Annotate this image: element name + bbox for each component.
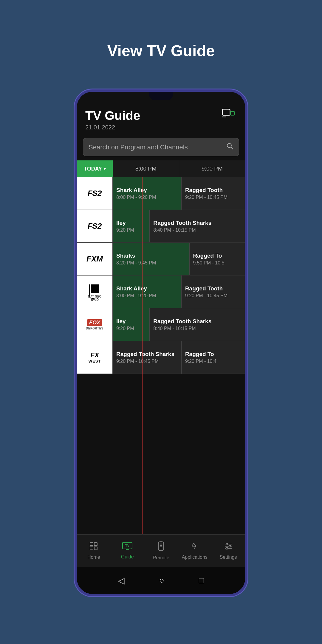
channel-row: NAT GEO WILD WILD Shark Alley 8:00 PM - … bbox=[77, 275, 245, 308]
program-name: Ragged Tooth Sharks bbox=[153, 318, 241, 325]
program-block[interactable]: Ragged Tooth 9:20 PM - 10:45 PM bbox=[182, 177, 245, 210]
program-block[interactable]: Ragged To 9:20 PM - 10:4 bbox=[182, 341, 245, 374]
program-time: 9:20 PM bbox=[116, 227, 146, 233]
guide-label: Guide bbox=[121, 554, 134, 560]
fox-deportes-logo: FOX DEPORTES bbox=[86, 319, 103, 330]
phone-screen: TV Guide 21.01.2022 Search on Program an… bbox=[77, 92, 245, 594]
program-block[interactable]: lley 9:20 PM bbox=[113, 308, 150, 341]
program-name: Shark Alley bbox=[116, 285, 178, 292]
cast-icon[interactable] bbox=[222, 109, 237, 120]
home-button[interactable]: ○ bbox=[159, 576, 164, 585]
program-time: 8:00 PM - 9:20 PM bbox=[116, 293, 178, 298]
guide-header-row: TODAY ▾ 8:00 PM 9:00 PM bbox=[77, 160, 245, 177]
program-name: Ragged Tooth bbox=[185, 285, 241, 292]
search-icon bbox=[226, 143, 233, 152]
channel-logo-foxdeportes: FOX DEPORTES bbox=[77, 308, 113, 341]
program-name: Ragged Tooth bbox=[185, 187, 241, 193]
system-nav: ◁ ○ □ bbox=[77, 567, 245, 594]
svg-rect-10 bbox=[90, 543, 93, 546]
program-block[interactable]: Ragged Tooth Sharks 9:20 PM - 10:45 PM bbox=[113, 341, 182, 374]
program-block[interactable]: Ragged To 9:50 PM - 10:5 bbox=[190, 243, 245, 275]
search-placeholder: Search on Program and Channels bbox=[89, 143, 226, 151]
programs-area: lley 9:20 PM Ragged Tooth Sharks 8:40 PM… bbox=[113, 308, 245, 341]
program-block[interactable]: Shark Alley 8:00 PM - 9:20 PM bbox=[113, 275, 182, 308]
program-time: 9:50 PM - 10:5 bbox=[193, 260, 241, 266]
program-name: Ragged To bbox=[185, 351, 241, 357]
svg-rect-19 bbox=[160, 547, 162, 547]
bottom-nav: Home TV Guide bbox=[77, 534, 245, 567]
programs-area: lley 9:20 PM Ragged Tooth Sharks 8:40 PM… bbox=[113, 210, 245, 242]
program-block[interactable]: Shark Alley 8:00 PM - 9:20 PM bbox=[113, 177, 182, 210]
program-block[interactable]: Ragged Tooth Sharks 8:40 PM - 10:15 PM bbox=[150, 210, 245, 242]
program-block[interactable]: Ragged Tooth 9:20 PM - 10:45 PM bbox=[182, 275, 245, 308]
channel-row: FOX DEPORTES lley 9:20 PM Ragged Tooth S… bbox=[77, 308, 245, 341]
today-button[interactable]: TODAY ▾ bbox=[77, 160, 113, 177]
applications-icon bbox=[190, 542, 199, 553]
svg-rect-11 bbox=[94, 543, 97, 546]
remote-icon bbox=[158, 541, 164, 553]
program-time: 9:20 PM - 10:4 bbox=[185, 359, 241, 364]
svg-point-27 bbox=[226, 547, 228, 549]
back-button[interactable]: ◁ bbox=[118, 576, 125, 586]
program-block[interactable]: Ragged Tooth Sharks 8:40 PM - 10:15 PM bbox=[150, 308, 245, 341]
tv-guide-title: TV Guide bbox=[85, 109, 140, 123]
app-header: TV Guide 21.01.2022 bbox=[77, 103, 245, 134]
nav-item-settings[interactable]: Settings bbox=[211, 542, 245, 560]
program-block[interactable]: Sharks 8:20 PM - 9:45 PM bbox=[113, 243, 190, 275]
nav-item-home[interactable]: Home bbox=[77, 542, 111, 560]
programs-area: Sharks 8:20 PM - 9:45 PM Ragged To 9:50 … bbox=[113, 243, 245, 275]
svg-rect-12 bbox=[90, 547, 93, 550]
home-label: Home bbox=[87, 555, 100, 560]
program-name: Ragged To bbox=[193, 253, 241, 259]
svg-rect-0 bbox=[222, 109, 230, 115]
program-name: Ragged Tooth Sharks bbox=[153, 220, 241, 226]
guide-icon: TV bbox=[122, 542, 132, 552]
programs-area: Ragged Tooth Sharks 9:20 PM - 10:45 PM R… bbox=[113, 341, 245, 374]
applications-label: Applications bbox=[182, 555, 208, 560]
home-icon bbox=[89, 542, 98, 553]
channel-logo-fxwest: FX WEST bbox=[77, 341, 113, 374]
nav-item-guide[interactable]: TV Guide bbox=[111, 542, 144, 560]
svg-rect-16 bbox=[126, 549, 129, 550]
program-time: 9:20 PM - 10:45 PM bbox=[116, 359, 178, 364]
time-slot-2: 9:00 PM bbox=[179, 160, 245, 177]
settings-label: Settings bbox=[220, 555, 237, 560]
recents-button[interactable]: □ bbox=[199, 576, 204, 585]
nav-item-remote[interactable]: Remote bbox=[144, 541, 178, 561]
app-content: TV Guide 21.01.2022 Search on Program an… bbox=[77, 92, 245, 594]
program-name: lley bbox=[116, 318, 146, 325]
phone-notch bbox=[149, 92, 173, 100]
programs-area: Shark Alley 8:00 PM - 9:20 PM Ragged Too… bbox=[113, 275, 245, 308]
settings-icon bbox=[224, 542, 233, 553]
page-title: View TV Guide bbox=[107, 42, 215, 60]
channel-row: FS2 lley 9:20 PM Ragged Tooth Sharks 8:4… bbox=[77, 210, 245, 243]
dropdown-chevron-icon: ▾ bbox=[104, 167, 106, 171]
program-time: 9:20 PM - 10:45 PM bbox=[185, 293, 241, 298]
nav-item-applications[interactable]: Applications bbox=[178, 542, 211, 560]
channel-logo-fs2-2: FS2 bbox=[77, 210, 113, 242]
program-name: Ragged Tooth Sharks bbox=[116, 351, 178, 357]
svg-point-26 bbox=[229, 545, 231, 547]
today-label: TODAY bbox=[84, 166, 102, 172]
svg-text:TV: TV bbox=[125, 544, 130, 547]
svg-point-18 bbox=[160, 544, 162, 546]
svg-point-3 bbox=[222, 116, 224, 117]
search-bar[interactable]: Search on Program and Channels bbox=[83, 138, 239, 156]
programs-area: Shark Alley 8:00 PM - 9:20 PM Ragged Too… bbox=[113, 177, 245, 210]
time-slot-1: 8:00 PM bbox=[113, 160, 179, 177]
svg-rect-7 bbox=[91, 284, 99, 293]
channel-logo-fxm: FXM bbox=[77, 243, 113, 275]
fxwest-logo: FX WEST bbox=[89, 351, 101, 363]
channel-logo-fs2-1: FS2 bbox=[77, 177, 113, 210]
program-time: 8:40 PM - 10:15 PM bbox=[153, 227, 241, 233]
svg-rect-13 bbox=[94, 547, 97, 550]
svg-rect-1 bbox=[230, 112, 234, 115]
program-time: 9:20 PM bbox=[116, 326, 146, 331]
svg-rect-17 bbox=[158, 542, 164, 551]
svg-line-5 bbox=[231, 147, 233, 149]
program-time: 8:40 PM - 10:15 PM bbox=[153, 326, 241, 331]
channel-logo-text: FXM bbox=[86, 254, 103, 264]
program-block[interactable]: lley 9:20 PM bbox=[113, 210, 150, 242]
phone-shell: TV Guide 21.01.2022 Search on Program an… bbox=[75, 89, 247, 596]
channel-row: FS2 Shark Alley 8:00 PM - 9:20 PM Ragged… bbox=[77, 177, 245, 210]
